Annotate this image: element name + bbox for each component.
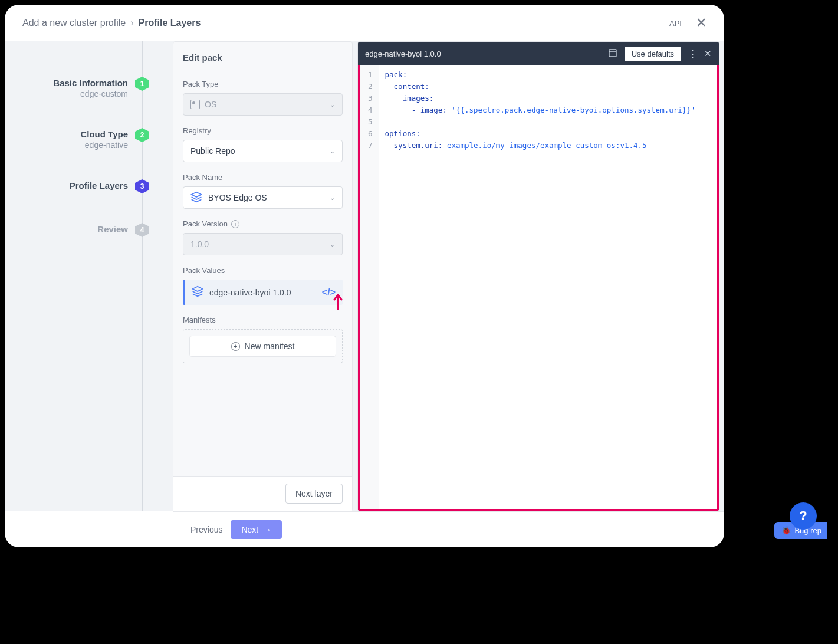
close-icon[interactable]: ✕: [696, 15, 706, 31]
pack-name-label: Pack Name: [183, 173, 343, 182]
pack-type-select[interactable]: OS ⌄: [183, 93, 343, 116]
expand-icon[interactable]: [608, 48, 617, 60]
close-icon[interactable]: ✕: [704, 48, 712, 59]
registry-label: Registry: [183, 126, 343, 135]
chevron-down-icon: ⌄: [330, 194, 335, 202]
api-link[interactable]: API: [669, 19, 682, 28]
svg-marker-1: [193, 287, 203, 291]
pack-name-value: BYOS Edge OS: [208, 193, 267, 202]
body: Basic Information edge-custom 1 Cloud Ty…: [5, 41, 724, 511]
step-title: Basic Information: [53, 78, 128, 88]
code-editor-title: edge-native-byoi 1.0.0: [365, 50, 608, 58]
step-subtitle: edge-native: [80, 140, 128, 150]
manifest-box: + New manifest: [183, 329, 343, 363]
code-editor-header: edge-native-byoi 1.0.0 Use defaults ⋮ ✕: [358, 42, 719, 65]
step-title: Review: [97, 224, 128, 234]
pack-values-label: Pack Values: [183, 266, 343, 275]
next-button-label: Next: [241, 525, 258, 534]
bottom-bar: Previous Next →: [173, 511, 724, 547]
step-title: Cloud Type: [80, 129, 128, 139]
hexagon-icon: 4: [135, 223, 149, 237]
info-icon[interactable]: i: [231, 220, 239, 228]
pack-name-select[interactable]: BYOS Edge OS ⌄: [183, 186, 343, 209]
chevron-down-icon: ⌄: [330, 241, 335, 248]
arrow-right-icon: →: [263, 525, 271, 534]
pack-value-text: edge-native-byoi 1.0.0: [209, 288, 291, 297]
stepper: Basic Information edge-custom 1 Cloud Ty…: [5, 41, 149, 511]
code-lines[interactable]: pack: content: images: - image: '{{.spec…: [379, 65, 717, 509]
pack-version-select[interactable]: 1.0.0 ⌄: [183, 233, 343, 255]
breadcrumb-main: Add a new cluster profile: [22, 18, 126, 28]
layers-icon: [190, 191, 202, 205]
stepper-line: [142, 41, 143, 511]
chevron-down-icon: ⌄: [330, 147, 335, 155]
registry-select[interactable]: Public Repo ⌄: [183, 140, 343, 162]
previous-button[interactable]: Previous: [190, 525, 222, 534]
pack-value-item[interactable]: edge-native-byoi 1.0.0 </>: [183, 280, 343, 305]
breadcrumb-current: Profile Layers: [139, 18, 201, 28]
chevron-down-icon: ⌄: [330, 101, 335, 109]
pack-type-value: OS: [205, 100, 216, 109]
breadcrumb-separator: ›: [130, 18, 133, 28]
hexagon-icon: 3: [135, 179, 149, 193]
plus-circle-icon: +: [231, 342, 240, 351]
code-icon[interactable]: </>: [322, 287, 336, 298]
line-number-gutter: 1234567: [360, 65, 379, 509]
step-review[interactable]: Review 4: [5, 223, 149, 237]
registry-value: Public Repo: [190, 146, 235, 156]
bug-icon: 🐞: [781, 526, 791, 535]
svg-rect-2: [609, 50, 616, 57]
hexagon-icon: 2: [135, 128, 149, 142]
next-layer-button[interactable]: Next layer: [285, 484, 343, 504]
step-title: Profile Layers: [70, 180, 128, 190]
svg-marker-0: [192, 192, 202, 196]
edit-pack-title: Edit pack: [173, 42, 352, 71]
os-icon: [190, 100, 200, 109]
hexagon-icon: 1: [135, 77, 149, 91]
step-subtitle: edge-custom: [53, 89, 128, 98]
kebab-menu-icon[interactable]: ⋮: [688, 48, 697, 59]
help-fab-button[interactable]: ?: [790, 502, 817, 530]
layers-icon: [192, 285, 203, 299]
header: Add a new cluster profile › Profile Laye…: [5, 5, 724, 41]
step-basic-information[interactable]: Basic Information edge-custom 1: [5, 77, 149, 98]
edit-pack-panel: Edit pack Pack Type OS ⌄ Registry Public…: [173, 41, 353, 511]
use-defaults-button[interactable]: Use defaults: [625, 47, 681, 61]
app-window: Add a new cluster profile › Profile Laye…: [5, 5, 724, 547]
next-button[interactable]: Next →: [231, 520, 282, 539]
pack-version-label: Pack Version i: [183, 219, 343, 228]
new-manifest-button[interactable]: + New manifest: [189, 336, 336, 357]
code-editor-panel: edge-native-byoi 1.0.0 Use defaults ⋮ ✕ …: [357, 41, 719, 511]
manifests-label: Manifests: [183, 316, 343, 324]
new-manifest-label: New manifest: [245, 341, 295, 351]
edit-panel-footer: Next layer: [173, 476, 352, 511]
pack-version-value: 1.0.0: [190, 239, 209, 249]
pack-type-label: Pack Type: [183, 80, 343, 88]
code-editor-body[interactable]: 1234567 pack: content: images: - image: …: [358, 65, 719, 511]
step-profile-layers[interactable]: Profile Layers 3: [5, 179, 149, 193]
step-cloud-type[interactable]: Cloud Type edge-native 2: [5, 128, 149, 150]
